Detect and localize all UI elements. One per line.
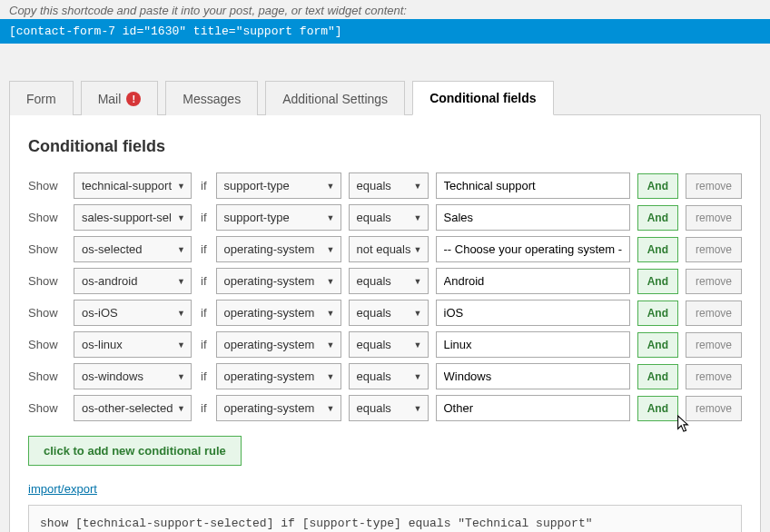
tab-additional-settings[interactable]: Additional Settings: [265, 81, 405, 115]
if-label: if: [199, 274, 209, 288]
group-select[interactable]: os-linux: [74, 331, 192, 358]
remove-button[interactable]: remove: [686, 205, 742, 231]
group-select[interactable]: os-windows: [74, 363, 192, 389]
operator-select[interactable]: not equals: [349, 236, 429, 262]
show-label: Show: [28, 274, 66, 288]
operator-select[interactable]: equals: [349, 300, 429, 326]
value-input[interactable]: [436, 268, 630, 294]
remove-button[interactable]: remove: [686, 332, 742, 358]
tab-label: Messages: [183, 92, 241, 106]
group-select[interactable]: os-other-selected: [74, 395, 192, 421]
rule-row: Showos-linuxifoperating-systemequalsAndr…: [28, 331, 742, 358]
field-select[interactable]: operating-system: [216, 236, 341, 262]
field-select[interactable]: operating-system: [216, 395, 341, 421]
group-select[interactable]: os-selected: [74, 236, 192, 262]
and-button[interactable]: And: [637, 332, 678, 358]
remove-button[interactable]: remove: [686, 364, 742, 389]
operator-select[interactable]: equals: [349, 331, 429, 358]
shortcode-hint: Copy this shortcode and paste it into yo…: [0, 0, 770, 19]
value-input[interactable]: [436, 300, 630, 326]
rule-row: Showos-windowsifoperating-systemequalsAn…: [28, 363, 742, 389]
remove-button[interactable]: remove: [686, 237, 742, 262]
field-select[interactable]: operating-system: [216, 268, 341, 294]
group-select[interactable]: sales-support-sel: [74, 204, 192, 231]
show-label: Show: [28, 211, 66, 224]
value-input[interactable]: [436, 236, 630, 262]
value-input[interactable]: [436, 395, 630, 421]
value-input[interactable]: [436, 204, 630, 231]
operator-select[interactable]: equals: [349, 204, 429, 231]
field-select[interactable]: operating-system: [216, 331, 341, 358]
rule-row: Showsales-support-selifsupport-typeequal…: [28, 204, 742, 231]
remove-button[interactable]: remove: [686, 300, 742, 326]
tab-label: Form: [26, 92, 56, 106]
tab-messages[interactable]: Messages: [165, 81, 258, 115]
and-button[interactable]: And: [637, 396, 678, 421]
if-label: if: [199, 306, 209, 320]
value-input[interactable]: [436, 363, 630, 389]
if-label: if: [199, 242, 209, 256]
remove-button[interactable]: remove: [686, 173, 742, 199]
group-select[interactable]: os-iOS: [74, 300, 192, 326]
show-label: Show: [28, 179, 66, 192]
rule-row: Showtechnical-supportifsupport-typeequal…: [28, 172, 742, 199]
rule-row: Showos-other-selectedifoperating-systeme…: [28, 395, 742, 421]
field-select[interactable]: support-type: [216, 172, 341, 199]
and-button[interactable]: And: [637, 364, 678, 389]
show-label: Show: [28, 338, 66, 351]
rule-row: Showos-androidifoperating-systemequalsAn…: [28, 268, 742, 294]
tabs: FormMail!MessagesAdditional SettingsCond…: [0, 80, 770, 114]
show-label: Show: [28, 242, 66, 256]
operator-select[interactable]: equals: [349, 363, 429, 389]
add-rule-button[interactable]: click to add new conditional rule: [28, 436, 242, 466]
if-label: if: [199, 369, 209, 383]
remove-button[interactable]: remove: [686, 269, 742, 294]
shortcode-bar[interactable]: [contact-form-7 id="1630" title="support…: [0, 19, 770, 44]
rules-list: Showtechnical-supportifsupport-typeequal…: [28, 172, 742, 421]
panel-heading: Conditional fields: [28, 137, 742, 156]
and-button[interactable]: And: [637, 300, 678, 326]
tab-label: Conditional fields: [429, 91, 536, 105]
and-button[interactable]: And: [637, 173, 678, 199]
field-select[interactable]: operating-system: [216, 363, 341, 389]
show-label: Show: [28, 306, 66, 320]
and-button[interactable]: And: [637, 237, 678, 262]
show-label: Show: [28, 401, 66, 415]
group-select[interactable]: technical-support: [74, 172, 192, 199]
if-label: if: [199, 179, 209, 192]
field-select[interactable]: support-type: [216, 204, 341, 231]
tab-mail[interactable]: Mail!: [81, 81, 159, 115]
import-export-link[interactable]: import/export: [28, 482, 97, 496]
field-select[interactable]: operating-system: [216, 300, 341, 326]
export-textbox[interactable]: show [technical-support-selected] if [su…: [28, 505, 742, 532]
operator-select[interactable]: equals: [349, 172, 429, 199]
rule-row: Showos-iOSifoperating-systemequalsAndrem…: [28, 300, 742, 326]
operator-select[interactable]: equals: [349, 395, 429, 421]
tab-label: Mail: [98, 92, 122, 106]
show-label: Show: [28, 369, 66, 383]
tab-label: Additional Settings: [282, 92, 388, 106]
if-label: if: [199, 211, 209, 224]
and-button[interactable]: And: [637, 205, 678, 231]
tab-form[interactable]: Form: [9, 81, 74, 115]
conditional-fields-panel: Conditional fields Showtechnical-support…: [9, 114, 761, 532]
operator-select[interactable]: equals: [349, 268, 429, 294]
remove-button[interactable]: remove: [686, 396, 742, 421]
rule-row: Showos-selectedifoperating-systemnot equ…: [28, 236, 742, 262]
alert-icon: !: [126, 92, 141, 106]
if-label: if: [199, 401, 209, 415]
tab-conditional-fields[interactable]: Conditional fields: [412, 81, 553, 115]
value-input[interactable]: [436, 331, 630, 358]
if-label: if: [199, 338, 209, 351]
group-select[interactable]: os-android: [74, 268, 192, 294]
value-input[interactable]: [436, 172, 630, 199]
and-button[interactable]: And: [637, 269, 678, 294]
